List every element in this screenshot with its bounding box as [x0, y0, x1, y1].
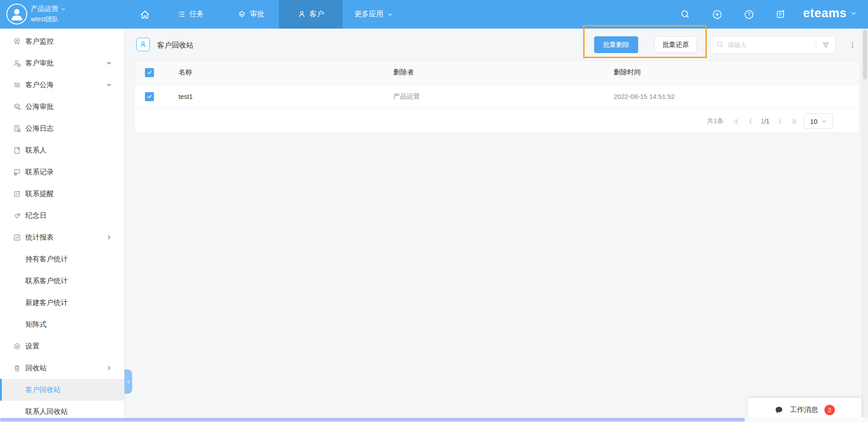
sidebar-item-7[interactable]: 联系提醒	[0, 183, 124, 205]
team-sub: wtest团队	[31, 15, 66, 24]
nav-label: 任务	[189, 10, 204, 19]
last-page-icon	[790, 118, 798, 125]
team-switcher[interactable]: 产品运营 wtest团队	[31, 5, 66, 24]
sidebar-item-label: 联系人	[25, 146, 124, 155]
first-page-button[interactable]	[733, 118, 740, 125]
nav-more-apps[interactable]: 更多应用	[346, 0, 402, 29]
cell-name[interactable]: test1	[179, 93, 193, 100]
page-size-select[interactable]: 10	[804, 113, 833, 129]
help-icon: ?	[744, 9, 754, 20]
nav-tasks[interactable]: 任务	[169, 0, 212, 29]
sidebar-item-label: 公海审批	[25, 102, 124, 112]
more-actions-button[interactable]	[846, 38, 859, 52]
work-report-button[interactable]	[765, 0, 797, 29]
kebab-menu-icon	[849, 41, 856, 49]
sidebar-item-14[interactable]: 设置	[0, 335, 124, 357]
last-page-button[interactable]	[790, 118, 798, 125]
nav-home[interactable]	[131, 0, 159, 29]
gear-icon	[13, 342, 21, 351]
sidebar-item-13[interactable]: 矩阵式	[0, 314, 124, 335]
sidebar-item-11[interactable]: 联系客户统计	[0, 270, 124, 292]
cell-delete-time: 2022-08-15 14:51:52	[614, 93, 675, 100]
chevron-down-icon	[60, 6, 66, 12]
sidebar-item-label: 设置	[25, 342, 124, 351]
sidebar-item-10[interactable]: 持有客户统计	[0, 248, 124, 270]
sidebar-item-2[interactable]: 客户公海	[0, 74, 124, 96]
sidebar-item-0[interactable]: 客户监控	[0, 30, 124, 52]
page-title-icon-box	[136, 38, 150, 51]
sidebar-item-3[interactable]: 公海审批	[0, 96, 124, 118]
brand-logo: eteams	[803, 6, 847, 20]
search-input[interactable]	[728, 41, 816, 49]
search-icon	[716, 41, 724, 49]
batch-delete-button[interactable]: 批量删除	[594, 36, 638, 53]
check-icon	[147, 69, 153, 75]
nav-approvals[interactable]: 审批	[229, 0, 273, 29]
chevron-right-icon	[106, 365, 112, 371]
sidebar-item-1[interactable]: 客户审批	[0, 52, 124, 74]
brand-menu[interactable]: eteams	[797, 6, 868, 22]
select-all-checkbox[interactable]	[145, 68, 154, 77]
sidebar-item-15[interactable]: 回收站	[0, 357, 124, 379]
sidebar-menu: 客户监控客户审批客户公海公海审批公海日志联系人联系记录联系提醒纪念日统计报表持有…	[0, 29, 124, 422]
row-checkbox[interactable]	[145, 92, 154, 101]
sidebar-item-label: 统计报表	[25, 233, 106, 242]
horizontal-scrollbar-thumb[interactable]	[0, 418, 745, 422]
horizontal-scrollbar[interactable]	[0, 417, 868, 422]
avatar[interactable]	[6, 4, 27, 25]
vertical-scrollbar[interactable]	[862, 29, 868, 422]
sidebar-item-label: 客户审批	[25, 59, 106, 68]
filter-button[interactable]	[816, 36, 835, 53]
column-header-deleter[interactable]: 删除者	[393, 68, 414, 77]
nav-customers[interactable]: 客户	[279, 0, 342, 29]
message-count-badge: 2	[824, 405, 835, 415]
first-page-icon	[733, 118, 740, 125]
sidebar-collapse-handle[interactable]	[124, 369, 132, 394]
sidebar-item-label: 客户监控	[25, 37, 124, 46]
sidebar-item-16[interactable]: 客户回收站	[0, 379, 124, 401]
chart-icon	[13, 233, 21, 242]
table-row[interactable]: test1 产品运营 2022-08-15 14:51:52	[135, 84, 859, 109]
sidebar-item-12[interactable]: 新建客户统计	[0, 292, 124, 314]
sidebar-item-9[interactable]: 统计报表	[0, 226, 124, 248]
doc-clock-icon	[13, 124, 21, 133]
sidebar-item-label: 回收站	[25, 363, 106, 373]
sidebar-item-label: 客户回收站	[25, 385, 124, 395]
person-clock-icon	[13, 59, 21, 68]
chevron-left-icon	[126, 379, 131, 384]
table-search-box	[710, 36, 836, 54]
create-button[interactable]	[701, 0, 733, 29]
chat-clock-icon	[13, 168, 21, 177]
chevron-down-icon	[106, 60, 112, 66]
sidebar-item-label: 联系记录	[25, 167, 124, 177]
approval-icon	[238, 10, 246, 19]
help-button[interactable]: ?	[733, 0, 765, 29]
nav-label: 客户	[310, 10, 324, 19]
sidebar-item-label: 持有客户统计	[25, 255, 124, 264]
column-header-name[interactable]: 名称	[179, 68, 192, 77]
sidebar-item-4[interactable]: 公海日志	[0, 118, 124, 139]
sidebar-item-label: 客户公海	[25, 80, 106, 90]
search-button[interactable]	[670, 0, 701, 29]
sidebar-item-label: 联系提醒	[25, 189, 124, 199]
person-icon	[298, 10, 306, 19]
prev-page-button[interactable]	[747, 118, 754, 125]
chevron-left-icon	[747, 118, 754, 125]
user-avatar-icon	[9, 6, 25, 22]
waves-icon	[13, 81, 21, 89]
sidebar-item-label: 公海日志	[25, 124, 124, 133]
next-page-button[interactable]	[776, 118, 784, 125]
person-icon	[139, 40, 147, 49]
table-header-row: 名称 删除者 删除时间	[135, 61, 859, 84]
column-header-delete-time[interactable]: 删除时间	[614, 68, 641, 77]
task-list-icon	[177, 10, 186, 19]
sidebar-item-6[interactable]: 联系记录	[0, 161, 124, 183]
chevron-down-icon	[106, 82, 112, 88]
sidebar-item-8[interactable]: 纪念日	[0, 205, 124, 226]
doc-alert-icon	[13, 190, 21, 198]
sidebar-item-5[interactable]: 联系人	[0, 139, 124, 161]
total-pages: /1	[764, 118, 769, 125]
batch-restore-button[interactable]: 批量还原	[654, 36, 697, 53]
team-name: 产品运营	[31, 5, 58, 13]
vertical-scrollbar-thumb[interactable]	[863, 29, 867, 79]
